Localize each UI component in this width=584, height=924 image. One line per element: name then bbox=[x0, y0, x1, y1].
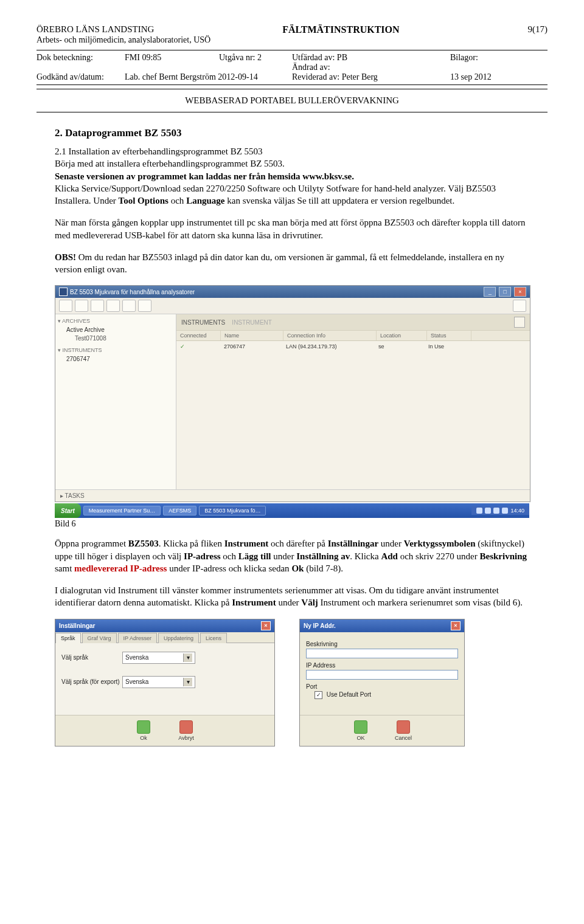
toolbar-button-6[interactable] bbox=[138, 300, 151, 312]
dialog-ip: Ny IP Addr. × Beskrivning IP Address Por… bbox=[299, 619, 465, 746]
dialog-settings: Inställningar × Språk Graf Värg IP Adres… bbox=[55, 619, 275, 746]
p4f: Inställningar bbox=[328, 539, 378, 548]
dialogs-row: Inställningar × Språk Graf Värg IP Adres… bbox=[55, 619, 529, 746]
toolbar-button-5[interactable] bbox=[122, 300, 136, 312]
tree-header-archives[interactable]: ▾ ARCHIVES bbox=[58, 317, 173, 325]
cancel-label: Avbryt bbox=[178, 735, 193, 741]
panel-titlebar: INSTRUMENTS INSTRUMENT bbox=[176, 314, 530, 331]
tasks-panel[interactable]: ▸ TASKS bbox=[55, 489, 530, 502]
label-ipaddress: IP Address bbox=[306, 662, 458, 669]
dialog-ip-titlebar: Ny IP Addr. × bbox=[300, 619, 464, 632]
chevron-down-icon: ▾ bbox=[183, 653, 192, 662]
para-2: När man första gången kopplar upp instru… bbox=[55, 216, 529, 241]
settings-row-1: Välj språk Svenska ▾ bbox=[61, 652, 268, 664]
taskbar-item-3[interactable]: BZ 5503 Mjukvara fö… bbox=[199, 506, 266, 515]
window-buttons: _ □ × bbox=[482, 287, 526, 297]
input-ipaddress[interactable] bbox=[306, 670, 458, 680]
meta-andrad: Ändrad av: bbox=[292, 63, 450, 72]
para-1-line1: 2.1 Installation av efterbehandlingsprog… bbox=[55, 147, 263, 156]
tab-sprak[interactable]: Språk bbox=[55, 633, 81, 643]
cell-conninfo: LAN (94.234.179.73) bbox=[282, 342, 375, 351]
ok-button[interactable]: Ok bbox=[128, 720, 159, 741]
list-row[interactable]: ✓ 2706747 LAN (94.234.179.73) se In Use bbox=[176, 341, 530, 352]
col-status[interactable]: Status bbox=[427, 331, 471, 340]
p4p: Add bbox=[381, 551, 398, 561]
tray-icon[interactable] bbox=[493, 508, 499, 514]
system-tray: 14:40 bbox=[471, 506, 529, 515]
settings-tabs: Språk Graf Värg IP Adresser Uppdatering … bbox=[55, 632, 274, 643]
p4n: Inställning av bbox=[296, 551, 350, 561]
close-icon[interactable]: × bbox=[451, 621, 461, 630]
start-button[interactable]: Start bbox=[55, 503, 81, 518]
maximize-button[interactable]: □ bbox=[499, 287, 511, 297]
meta-utfardad: Utfärdad av: PB bbox=[292, 53, 450, 63]
meta-label-utgava: Utgåva nr: 2 bbox=[219, 53, 292, 72]
page-number: 9(17) bbox=[528, 24, 548, 35]
ok-button[interactable]: OK bbox=[346, 720, 376, 741]
app-window-bz5503: BZ 5503 Mjukvara för handhållna analysat… bbox=[55, 285, 530, 502]
p5d: Välj bbox=[301, 598, 318, 607]
meta-godkand-val: Lab. chef Bernt Bergström 2012-09-14 bbox=[125, 72, 292, 82]
p4c: . Klicka på fliken bbox=[159, 539, 224, 548]
para-4: Öppna programmet BZ5503. Klicka på flike… bbox=[55, 537, 529, 574]
toolbar-button-help[interactable] bbox=[513, 300, 526, 312]
select-sprak-export[interactable]: Svenska ▾ bbox=[122, 676, 195, 688]
cancel-button[interactable]: Cancel bbox=[388, 720, 419, 741]
app-toolbar bbox=[55, 298, 530, 314]
dialog-settings-titlebar: Inställningar × bbox=[55, 619, 274, 632]
checkbox-row: ✓ Use Default Port bbox=[306, 691, 458, 699]
close-icon[interactable]: × bbox=[261, 621, 271, 630]
p4a: Öppna programmet bbox=[55, 539, 128, 548]
para-3-obs: OBS! bbox=[55, 252, 76, 262]
label-use-default-port: Use Default Port bbox=[327, 691, 371, 698]
chevron-down-icon: ▾ bbox=[183, 678, 192, 686]
p4m: under bbox=[271, 551, 297, 561]
col-conninfo[interactable]: Connection Info bbox=[283, 331, 377, 340]
tab-graf[interactable]: Graf Värg bbox=[82, 633, 117, 643]
para-1-och: och bbox=[169, 196, 186, 205]
tray-icon[interactable] bbox=[476, 508, 482, 514]
cancel-icon bbox=[179, 720, 193, 734]
p4v: Ok bbox=[291, 564, 304, 573]
tree-sub-test[interactable]: Test071008 bbox=[58, 334, 173, 342]
close-button[interactable]: × bbox=[514, 287, 526, 297]
ok-label: Ok bbox=[140, 735, 147, 741]
toolbar-button-3[interactable] bbox=[91, 300, 104, 312]
col-connected[interactable]: Connected bbox=[176, 331, 221, 340]
cancel-button[interactable]: Avbryt bbox=[171, 720, 201, 741]
toolbar-button-4[interactable] bbox=[106, 300, 120, 312]
tab-upd[interactable]: Uppdatering bbox=[158, 633, 199, 643]
check-icon bbox=[354, 720, 367, 734]
panel-title-instruments: INSTRUMENTS bbox=[181, 319, 225, 326]
p4r: Beskrivning bbox=[479, 551, 527, 561]
tree-header-instruments[interactable]: ▾ INSTRUMENTS bbox=[58, 346, 173, 354]
toolbar-button-2[interactable] bbox=[75, 300, 88, 312]
col-location[interactable]: Location bbox=[377, 331, 427, 340]
ip-body: Beskrivning IP Address Port ✓ Use Defaul… bbox=[300, 632, 464, 715]
checkbox-default-port[interactable]: ✓ bbox=[315, 691, 322, 699]
tree-item-serial[interactable]: 2706747 bbox=[58, 354, 173, 364]
app-titlebar: BZ 5503 Mjukvara för handhållna analysat… bbox=[55, 286, 530, 298]
label-beskrivning: Beskrivning bbox=[306, 641, 458, 647]
dept-line: Arbets- och miljömedicin, analyslaborato… bbox=[36, 35, 548, 45]
select-sprak[interactable]: Svenska ▾ bbox=[122, 652, 195, 664]
input-beskrivning[interactable] bbox=[306, 649, 458, 658]
taskbar-item-2[interactable]: AEFSMS bbox=[163, 506, 196, 515]
cancel-icon bbox=[397, 720, 410, 734]
gear-icon[interactable] bbox=[514, 317, 525, 328]
minimize-button[interactable]: _ bbox=[484, 287, 496, 297]
label-valj-sprak-export: Välj språk (för export) bbox=[61, 678, 122, 685]
tab-lic[interactable]: Licens bbox=[200, 633, 227, 643]
org-name: ÖREBRO LÄNS LANDSTING bbox=[36, 24, 154, 35]
p4k: och bbox=[221, 551, 238, 561]
toolbar-button-1[interactable] bbox=[59, 300, 72, 312]
section-heading: 2. Dataprogrammet BZ 5503 bbox=[55, 127, 529, 139]
tray-icon[interactable] bbox=[502, 508, 508, 514]
tab-ip[interactable]: IP Adresser bbox=[118, 633, 157, 643]
panel-title-sub: INSTRUMENT bbox=[232, 319, 272, 326]
tree-item-active-archive[interactable]: Active Archive bbox=[58, 325, 173, 334]
tray-icon[interactable] bbox=[485, 508, 491, 514]
col-name[interactable]: Name bbox=[221, 331, 283, 340]
taskbar-item-1[interactable]: Measurement Partner Su… bbox=[83, 506, 161, 515]
select-sprak-export-value: Svenska bbox=[125, 678, 148, 685]
